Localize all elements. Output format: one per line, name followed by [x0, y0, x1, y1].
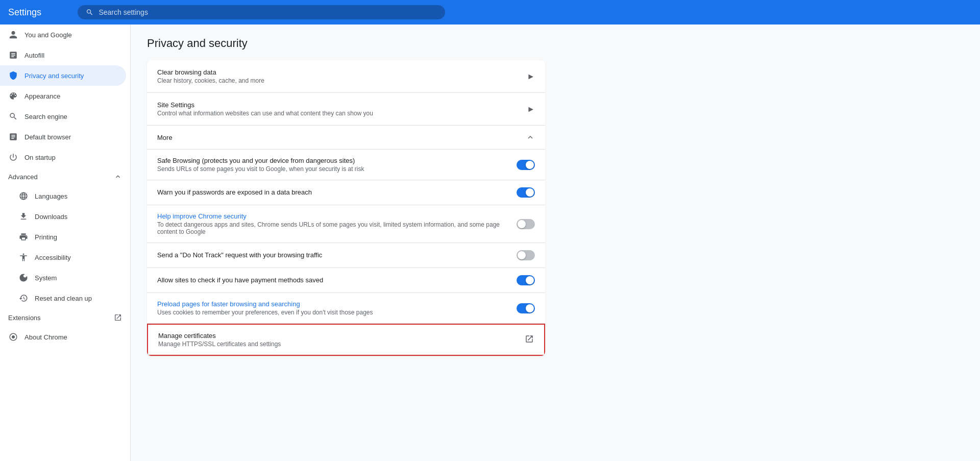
sidebar-item-reset-and-clean-up[interactable]: Reset and clean up — [0, 288, 126, 308]
advanced-label: Advanced — [8, 173, 38, 181]
sidebar-label-printing: Printing — [35, 233, 57, 241]
payment-methods-row[interactable]: Allow sites to check if you have payment… — [147, 268, 545, 293]
preload-pages-toggle[interactable] — [517, 303, 535, 313]
do-not-track-toggle[interactable] — [517, 250, 535, 260]
toggle-knob-4 — [518, 251, 526, 259]
download-icon — [18, 211, 29, 222]
sidebar-label-languages: Languages — [35, 192, 67, 200]
warn-passwords-text: Warn you if passwords are exposed in a d… — [157, 188, 517, 197]
do-not-track-title: Send a "Do Not Track" request with your … — [157, 251, 506, 259]
external-link-icon — [114, 313, 122, 322]
manage-certificates-text: Manage certificates Manage HTTPS/SSL cer… — [158, 332, 281, 348]
sidebar-label-reset-and-clean-up: Reset and clean up — [35, 295, 92, 302]
search-bar[interactable] — [78, 5, 445, 19]
external-icon-certs — [525, 334, 534, 346]
browser-icon — [8, 132, 18, 142]
search-icon — [86, 8, 93, 16]
sidebar-item-languages[interactable]: Languages — [0, 186, 126, 206]
chevron-up-icon-more — [526, 133, 535, 142]
toggle-knob-6 — [526, 304, 534, 312]
warn-passwords-title: Warn you if passwords are exposed in a d… — [157, 188, 506, 196]
sidebar-item-accessibility[interactable]: Accessibility — [0, 247, 126, 268]
help-improve-security-subtitle: To detect dangerous apps and sites, Chro… — [157, 221, 506, 235]
warn-passwords-toggle[interactable] — [517, 187, 535, 198]
payment-methods-toggle[interactable] — [517, 275, 535, 285]
sidebar-item-downloads[interactable]: Downloads — [0, 206, 126, 227]
preload-pages-title: Preload pages for faster browsing and se… — [157, 300, 506, 308]
sidebar-label-appearance: Appearance — [24, 92, 60, 100]
sidebar-item-about-chrome[interactable]: About Chrome — [0, 327, 126, 347]
safe-browsing-text: Safe Browsing (protects you and your dev… — [157, 157, 517, 173]
sidebar-label-autofill: Autofill — [24, 52, 44, 59]
palette-icon — [8, 91, 18, 101]
content-area: Privacy and security Clear browsing data… — [131, 25, 980, 461]
print-icon — [18, 232, 29, 242]
do-not-track-text: Send a "Do Not Track" request with your … — [157, 251, 517, 260]
shield-icon — [8, 70, 18, 81]
clear-browsing-data-title: Clear browsing data — [157, 68, 527, 76]
warn-passwords-row[interactable]: Warn you if passwords are exposed in a d… — [147, 180, 545, 205]
sidebar-label-on-startup: On startup — [24, 154, 56, 161]
chevron-right-icon-2: ► — [527, 105, 535, 114]
clear-browsing-data-row[interactable]: Clear browsing data Clear history, cooki… — [147, 60, 545, 93]
toggle-knob — [526, 161, 534, 169]
do-not-track-row[interactable]: Send a "Do Not Track" request with your … — [147, 243, 545, 268]
safe-browsing-toggle[interactable] — [517, 160, 535, 170]
toggle-knob-5 — [526, 276, 534, 284]
sidebar-item-extensions[interactable]: Extensions — [0, 308, 130, 327]
sidebar-label-about-chrome: About Chrome — [24, 333, 67, 341]
sidebar-label-you-and-google: You and Google — [24, 31, 72, 39]
toggle-knob-3 — [518, 220, 526, 228]
chevron-up-icon — [114, 173, 122, 181]
sidebar-item-printing[interactable]: Printing — [0, 227, 126, 247]
assignment-icon — [8, 50, 18, 60]
sidebar-label-accessibility: Accessibility — [35, 254, 71, 261]
accessibility-icon — [18, 252, 29, 262]
more-section-header[interactable]: More — [147, 126, 545, 150]
language-icon — [18, 191, 29, 201]
sidebar-label-downloads: Downloads — [35, 213, 67, 221]
main-layout: You and Google Autofill Privacy and secu… — [0, 25, 980, 461]
help-improve-security-title: Help improve Chrome security — [157, 212, 506, 220]
sidebar-label-default-browser: Default browser — [24, 133, 71, 141]
more-label: More — [157, 134, 173, 141]
person-icon — [8, 30, 18, 40]
sidebar-item-system[interactable]: System — [0, 268, 126, 288]
sidebar-item-search-engine[interactable]: Search engine — [0, 106, 126, 127]
manage-certificates-subtitle: Manage HTTPS/SSL certificates and settin… — [158, 341, 281, 348]
advanced-section-header[interactable]: Advanced — [0, 167, 130, 186]
safe-browsing-row[interactable]: Safe Browsing (protects you and your dev… — [147, 150, 545, 180]
search-icon-sidebar — [8, 111, 18, 122]
sidebar-label-search-engine: Search engine — [24, 113, 67, 120]
site-settings-subtitle: Control what information websites can us… — [157, 110, 527, 117]
preload-pages-row[interactable]: Preload pages for faster browsing and se… — [147, 293, 545, 324]
help-improve-security-row[interactable]: Help improve Chrome security To detect d… — [147, 205, 545, 243]
sidebar-item-you-and-google[interactable]: You and Google — [0, 25, 126, 45]
sidebar-item-default-browser[interactable]: Default browser — [0, 127, 126, 147]
sidebar-item-autofill[interactable]: Autofill — [0, 45, 126, 65]
sidebar-item-on-startup[interactable]: On startup — [0, 147, 126, 167]
privacy-security-card: Clear browsing data Clear history, cooki… — [147, 60, 545, 356]
payment-methods-title: Allow sites to check if you have payment… — [157, 276, 506, 284]
chrome-icon — [8, 332, 18, 342]
sidebar-label-privacy-and-security: Privacy and security — [24, 72, 84, 80]
search-input[interactable] — [99, 8, 437, 16]
history-icon — [18, 293, 29, 303]
preload-pages-text: Preload pages for faster browsing and se… — [157, 300, 517, 316]
site-settings-text: Site Settings Control what information w… — [157, 101, 527, 117]
sidebar-item-privacy-and-security[interactable]: Privacy and security — [0, 65, 126, 86]
manage-certificates-row[interactable]: Manage certificates Manage HTTPS/SSL cer… — [147, 324, 545, 356]
help-improve-security-toggle[interactable] — [517, 219, 535, 229]
help-improve-security-text: Help improve Chrome security To detect d… — [157, 212, 517, 235]
safe-browsing-title: Safe Browsing (protects you and your dev… — [157, 157, 506, 164]
header: Settings — [0, 0, 980, 25]
manage-certificates-title: Manage certificates — [158, 332, 281, 339]
sidebar-label-system: System — [35, 274, 57, 282]
svg-point-0 — [12, 335, 15, 338]
chevron-right-icon: ► — [527, 72, 535, 81]
site-settings-row[interactable]: Site Settings Control what information w… — [147, 93, 545, 126]
preload-pages-subtitle: Uses cookies to remember your preference… — [157, 309, 506, 316]
wrench-icon — [18, 273, 29, 283]
sidebar-item-appearance[interactable]: Appearance — [0, 86, 126, 106]
payment-methods-text: Allow sites to check if you have payment… — [157, 276, 517, 285]
